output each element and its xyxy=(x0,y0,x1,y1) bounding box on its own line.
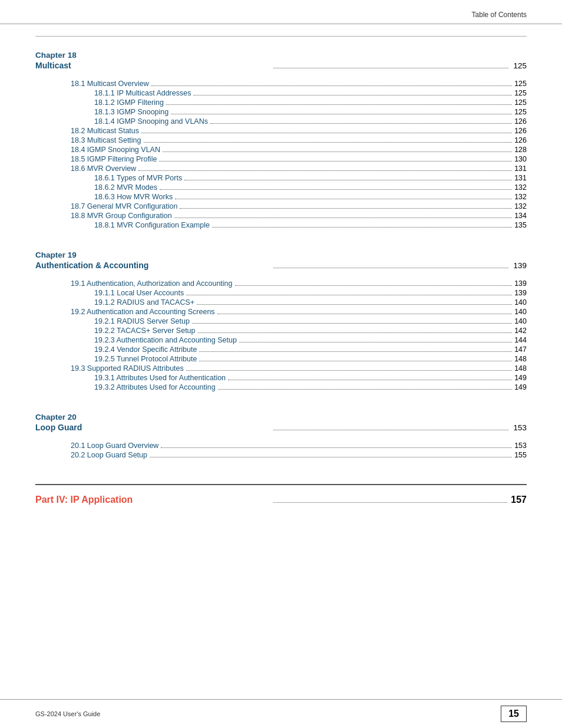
toc-page-number: 144 xyxy=(514,336,527,344)
toc-entry: 18.6 MVR Overview131 xyxy=(35,164,527,173)
toc-dots xyxy=(186,370,512,371)
toc-entry-label[interactable]: 18.6 MVR Overview xyxy=(71,164,136,173)
toc-entry: 19.1.1 Local User Accounts139 xyxy=(35,289,527,297)
toc-entry-label[interactable]: 18.8 MVR Group Configuration xyxy=(71,212,172,220)
chapter-dots-ch20 xyxy=(273,430,509,430)
chapter-dots-ch18 xyxy=(273,68,509,68)
toc-entry: 18.8 MVR Group Configuration134 xyxy=(35,212,527,220)
toc-entry: 18.6.2 MVR Modes132 xyxy=(35,183,527,192)
toc-entry-label[interactable]: 18.1.1 IP Multicast Addresses xyxy=(94,89,191,97)
toc-dots xyxy=(198,332,513,333)
page: Table of Contents Chapter 18Multicast125… xyxy=(0,0,562,728)
toc-page-number: 130 xyxy=(514,155,527,163)
toc-dots xyxy=(141,133,512,133)
toc-page-number: 140 xyxy=(514,317,527,325)
toc-page-number: 139 xyxy=(514,279,527,288)
toc-entry-label[interactable]: 18.6.3 How MVR Works xyxy=(94,193,173,201)
toc-dots xyxy=(184,180,512,180)
toc-page-number: 147 xyxy=(514,345,527,354)
toc-entry: 20.2 Loop Guard Setup155 xyxy=(35,451,527,459)
toc-page-number: 125 xyxy=(514,80,527,88)
content-area: Chapter 18Multicast12518.1 Multicast Ove… xyxy=(0,24,562,541)
toc-entry: 18.7 General MVR Configuration132 xyxy=(35,202,527,210)
toc-dots xyxy=(171,114,512,114)
chapter-spacer xyxy=(35,230,527,236)
toc-page-number: 149 xyxy=(514,383,527,391)
toc-dots xyxy=(217,314,513,314)
toc-entry-label[interactable]: 19.1.2 RADIUS and TACACS+ xyxy=(94,298,194,307)
toc-dots xyxy=(212,227,512,228)
toc-page-number: 132 xyxy=(514,183,527,192)
toc-dots xyxy=(160,189,512,190)
toc-entry-label[interactable]: 19.2.1 RADIUS Server Setup xyxy=(94,317,190,325)
toc-dots xyxy=(199,361,512,361)
toc-entry-label[interactable]: 20.2 Loop Guard Setup xyxy=(71,451,147,459)
part-title[interactable]: Part IV: IP Application xyxy=(35,495,270,505)
toc-entry-label[interactable]: 19.3 Supported RADIUS Attributes xyxy=(71,364,184,373)
toc-entry-label[interactable]: 18.7 General MVR Configuration xyxy=(71,202,177,210)
toc-page-number: 128 xyxy=(514,146,527,154)
toc-dots xyxy=(239,342,512,342)
toc-dots xyxy=(228,380,512,380)
toc-entry-label[interactable]: 18.6.1 Types of MVR Ports xyxy=(94,174,182,182)
toc-dots xyxy=(218,389,512,390)
toc-entry-label[interactable]: 19.1 Authentication, Authorization and A… xyxy=(71,279,233,288)
toc-entry-label[interactable]: 19.1.1 Local User Accounts xyxy=(94,289,184,297)
toc-entry-label[interactable]: 19.3.1 Attributes Used for Authenticatio… xyxy=(94,374,226,382)
toc-entry: 18.1 Multicast Overview125 xyxy=(35,80,527,88)
toc-entry-label[interactable]: 19.2.5 Tunnel Protocol Attribute xyxy=(94,355,197,363)
toc-entry-label[interactable]: 18.1.2 IGMP Filtering xyxy=(94,98,164,107)
toc-entry-label[interactable]: 18.5 IGMP Filtering Profile xyxy=(71,155,157,163)
chapter-label-ch20: Chapter 20 xyxy=(35,413,527,421)
toc-page-number: 135 xyxy=(514,221,527,229)
toc-dots xyxy=(180,208,512,209)
part-dots xyxy=(273,502,508,503)
chapter-page-ch20: 153 xyxy=(513,423,527,432)
chapter-title-ch19[interactable]: Authentication & Accounting xyxy=(35,261,271,270)
toc-entry: 18.3 Multicast Setting126 xyxy=(35,136,527,144)
toc-entry-label[interactable]: 18.3 Multicast Setting xyxy=(71,136,141,144)
toc-entry-label[interactable]: 20.1 Loop Guard Overview xyxy=(71,442,158,450)
chapter-divider xyxy=(35,36,527,37)
header-title: Table of Contents xyxy=(472,11,527,19)
toc-entry: 19.2.3 Authentication and Accounting Set… xyxy=(35,336,527,344)
toc-entry: 19.3.2 Attributes Used for Accounting149 xyxy=(35,383,527,391)
toc-page-number: 148 xyxy=(514,355,527,363)
toc-page-number: 132 xyxy=(514,193,527,201)
chapter-title-ch20[interactable]: Loop Guard xyxy=(35,423,271,432)
chapter-label-ch18: Chapter 18 xyxy=(35,51,527,60)
toc-entry-label[interactable]: 19.2.3 Authentication and Accounting Set… xyxy=(94,336,237,344)
toc-dots xyxy=(166,104,512,105)
toc-dots xyxy=(174,218,513,218)
chapter-page-ch19: 139 xyxy=(513,261,527,270)
toc-entry: 18.1.4 IGMP Snooping and VLANs126 xyxy=(35,117,527,126)
toc-entry-label[interactable]: 18.6.2 MVR Modes xyxy=(94,183,157,192)
toc-entry-label[interactable]: 18.8.1 MVR Configuration Example xyxy=(94,221,210,229)
toc-page-number: 125 xyxy=(514,98,527,107)
toc-entry-label[interactable]: 18.1.3 IGMP Snooping xyxy=(94,108,168,116)
part-page-number: 157 xyxy=(511,495,527,505)
toc-entry: 18.5 IGMP Filtering Profile130 xyxy=(35,155,527,163)
toc-entry: 19.1.2 RADIUS and TACACS+140 xyxy=(35,298,527,307)
page-header: Table of Contents xyxy=(0,0,562,24)
toc-entry: 19.3.1 Attributes Used for Authenticatio… xyxy=(35,374,527,382)
toc-entry-label[interactable]: 18.1.4 IGMP Snooping and VLANs xyxy=(94,117,208,126)
toc-entry-label[interactable]: 19.2.2 TACACS+ Server Setup xyxy=(94,327,196,335)
toc-entry-label[interactable]: 19.2 Authentication and Accounting Scree… xyxy=(71,308,215,316)
toc-page-number: 155 xyxy=(514,451,527,459)
toc-entry: 18.6.3 How MVR Works132 xyxy=(35,193,527,201)
chapter-title-ch18[interactable]: Multicast xyxy=(35,61,271,70)
toc-dots xyxy=(138,170,512,171)
toc-page-number: 142 xyxy=(514,327,527,335)
toc-entry-label[interactable]: 18.4 IGMP Snooping VLAN xyxy=(71,146,160,154)
toc-entry-label[interactable]: 18.1 Multicast Overview xyxy=(71,80,149,88)
toc-entry: 19.2 Authentication and Accounting Scree… xyxy=(35,308,527,316)
toc-entry: 18.1.3 IGMP Snooping125 xyxy=(35,108,527,116)
chapter-dots-ch19 xyxy=(273,268,509,268)
toc-entry-label[interactable]: 19.3.2 Attributes Used for Accounting xyxy=(94,383,216,391)
toc-page-number: 126 xyxy=(514,117,527,126)
toc-entry-label[interactable]: 19.2.4 Vendor Specific Attribute xyxy=(94,345,197,354)
toc-entry-label[interactable]: 18.2 Multicast Status xyxy=(71,127,139,135)
toc-dots xyxy=(193,95,512,95)
footer-page-number: 15 xyxy=(501,706,527,722)
